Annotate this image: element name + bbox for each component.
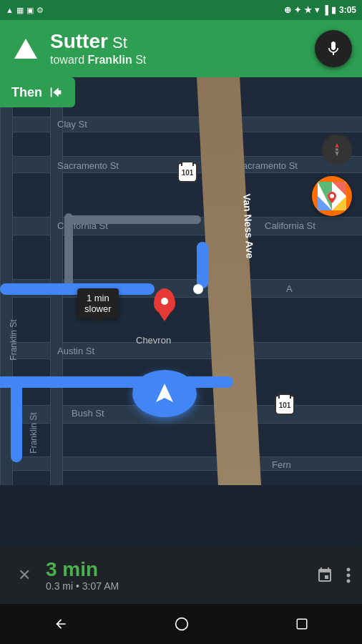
trip-info: 3 min 0.3 mi • 3:07 AM xyxy=(37,559,316,592)
svg-point-10 xyxy=(176,618,188,630)
route-vertical-1 xyxy=(197,242,208,288)
up-arrow-icon xyxy=(14,39,37,59)
route-options-icon xyxy=(316,567,333,584)
recents-icon xyxy=(295,618,308,630)
nav-direction-arrow xyxy=(10,33,41,64)
sacramento-st-label: Sacramento St xyxy=(57,160,119,171)
android-nav-bar xyxy=(0,604,362,644)
map-container[interactable]: Clay St Sacramento St Sacramento St Cali… xyxy=(0,77,362,485)
then-button[interactable]: Then xyxy=(0,77,75,107)
maps-app-button[interactable] xyxy=(312,176,352,216)
bottom-bar: ✕ 3 min 0.3 mi • 3:07 AM xyxy=(0,547,362,604)
alternate-route-vertical xyxy=(64,213,73,292)
star-icon: ★ xyxy=(304,5,312,15)
street-name: Sutter xyxy=(50,30,108,52)
nav-header: Sutter St toward Franklin St xyxy=(0,20,362,77)
pin-dot xyxy=(161,298,168,305)
highway-shield-101-top: 101 xyxy=(177,162,197,182)
california-st-label-right: California St xyxy=(265,220,315,231)
wifi-icon: ▾ xyxy=(315,5,319,15)
slower-text: 1 minslower xyxy=(84,293,112,314)
chevron-marker[interactable] xyxy=(154,288,175,314)
svg-point-7 xyxy=(347,568,351,572)
pin-body xyxy=(154,288,175,314)
back-button[interactable] xyxy=(54,617,68,631)
street-type: St xyxy=(108,34,127,52)
calendar-icon: ▦ xyxy=(16,6,24,15)
home-icon xyxy=(175,617,189,631)
route-dot xyxy=(193,284,203,294)
trip-arrival: 3:07 AM xyxy=(82,580,119,592)
franklin-street xyxy=(50,77,63,485)
trip-distance: 0.3 mi xyxy=(46,580,73,592)
back-icon xyxy=(54,617,68,631)
clock: 3:05 xyxy=(339,5,356,15)
fern-label: Fern xyxy=(272,459,291,470)
route-options-button[interactable] xyxy=(316,567,333,584)
nav-toward: toward Franklin St xyxy=(50,54,352,67)
more-options-button[interactable] xyxy=(346,567,351,584)
more-icon xyxy=(346,567,351,584)
signal-icon: ▐ xyxy=(322,5,328,15)
route-horizontal-2 xyxy=(0,376,233,388)
svg-marker-0 xyxy=(335,143,339,148)
maps-icon-inner xyxy=(318,182,346,210)
shield-101-bottom: 101 xyxy=(275,395,295,415)
shield-101: 101 xyxy=(177,162,197,182)
slower-tooltip: 1 minslower xyxy=(77,288,119,318)
svg-point-5 xyxy=(330,194,334,198)
recents-button[interactable] xyxy=(295,618,308,630)
turn-right-icon xyxy=(48,84,64,100)
toward-street: Franklin xyxy=(87,54,132,66)
svg-marker-6 xyxy=(156,384,173,402)
svg-point-9 xyxy=(347,580,351,583)
navigation-arrow-button[interactable] xyxy=(132,370,197,417)
trip-detail: 0.3 mi • 3:07 AM xyxy=(46,580,316,592)
status-bar: ▲ ▦ ▣ ⚙ ⊕ ✦ ★ ▾ ▐ ▮ 3:05 xyxy=(0,0,362,20)
sacramento-st-label-right: Sacramento St xyxy=(236,160,298,171)
compass-button[interactable] xyxy=(322,135,352,165)
notification-icon: ▲ xyxy=(6,6,14,14)
franklin-st-label: Franklin St xyxy=(29,412,39,453)
svg-point-2 xyxy=(336,148,338,151)
trip-time: 3 min xyxy=(46,559,316,581)
a-label: A xyxy=(286,283,293,294)
status-icons-left: ▲ ▦ ▣ ⚙ xyxy=(6,6,44,15)
compass-icon xyxy=(329,142,345,157)
toward-label: toward xyxy=(50,54,87,66)
svg-marker-1 xyxy=(335,151,339,156)
svg-rect-11 xyxy=(298,619,308,629)
close-button[interactable]: ✕ xyxy=(11,562,37,588)
svg-point-8 xyxy=(347,574,351,577)
home-button[interactable] xyxy=(175,617,189,631)
toward-street-type: St xyxy=(132,54,147,66)
nav-street-name: Sutter St xyxy=(50,31,352,53)
route-vertical-2 xyxy=(11,376,22,462)
maps-icon-svg xyxy=(318,182,346,210)
image-icon: ▣ xyxy=(26,6,34,15)
bottom-actions xyxy=(316,567,351,584)
status-icons-right: ⊕ ✦ ★ ▾ ▐ ▮ 3:05 xyxy=(284,5,356,15)
chevron-label: Chevron xyxy=(136,335,171,346)
bluetooth-icon: ✦ xyxy=(294,5,301,15)
battery-icon: ▮ xyxy=(331,5,336,15)
bush-st-label: Bush St xyxy=(72,408,104,419)
alternate-route-horizontal xyxy=(64,215,201,224)
austin-st-label: Austin St xyxy=(57,346,94,356)
dot-separator: • xyxy=(76,580,79,592)
highway-shield-101-bottom: 101 xyxy=(275,395,295,415)
android-icon: ⚙ xyxy=(36,6,44,15)
then-label: Then xyxy=(11,85,42,100)
franklin-st-left-label: Franklin St xyxy=(9,319,19,360)
mic-icon xyxy=(325,40,342,57)
location-icon: ⊕ xyxy=(284,5,291,15)
close-icon: ✕ xyxy=(18,566,31,585)
navigation-arrow-icon xyxy=(152,381,177,406)
mic-button[interactable] xyxy=(315,30,352,67)
clay-st-label: Clay St xyxy=(57,119,87,130)
